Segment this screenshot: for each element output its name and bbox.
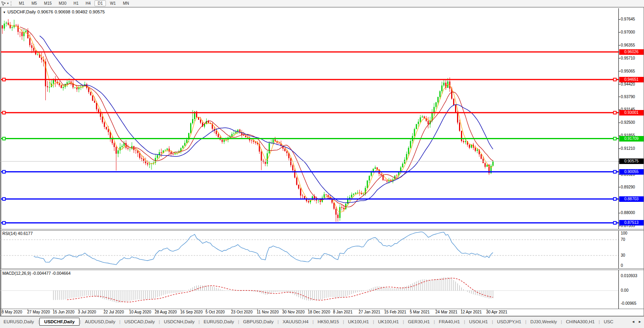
timeframe-m1[interactable]: M1 xyxy=(16,0,28,6)
ma-slow-line xyxy=(40,36,493,203)
tab-separator: | xyxy=(38,319,39,324)
tab-separator: | xyxy=(525,319,526,324)
date-axis-label: 8 May 2020 xyxy=(2,310,22,314)
price-level-label: 0.90055 xyxy=(619,169,644,175)
tab-eurusd-daily[interactable]: EURUSD,Daily xyxy=(200,318,237,325)
macd-axis-label: 0.010933 xyxy=(621,274,644,278)
date-axis-label: 12 Apr 2021 xyxy=(461,310,482,314)
price-axis-label: 0.92500 xyxy=(621,120,644,125)
pointer-arrow-icon xyxy=(1,1,6,6)
timeframe-m5[interactable]: M5 xyxy=(28,0,40,6)
price-level-label: 0.87513 xyxy=(619,220,644,226)
date-axis-label: 27 May 2020 xyxy=(27,310,50,314)
date-axis-label: 22 Jul 2020 xyxy=(104,310,124,314)
rsi-axis-label: 100 xyxy=(621,231,644,236)
date-axis-label: 30 Nov 2020 xyxy=(282,310,305,314)
tab-usdcnh-daily[interactable]: USDCNH,Daily xyxy=(160,318,198,325)
price-axis-label: 0.97645 xyxy=(621,17,644,22)
tab-separator: | xyxy=(561,319,562,324)
current-price-label: 0.90575 xyxy=(619,158,644,164)
macd-panel xyxy=(1,277,618,303)
timeframe-w1[interactable]: W1 xyxy=(107,0,119,6)
rsi-axis-label: 30 xyxy=(621,253,644,258)
price-axis-label: 0.89290 xyxy=(621,185,644,190)
timeframe-m30[interactable]: M30 xyxy=(56,0,69,6)
price-level-label: 0.96026 xyxy=(619,49,644,55)
price-axis-label: 0.88000 xyxy=(621,211,644,215)
date-axis-label: 10 Aug 2020 xyxy=(129,310,151,314)
tab-usdjpy-h1[interactable]: USDJPY,H1 xyxy=(493,318,525,325)
price-axis-label: 0.96355 xyxy=(621,43,644,48)
toolbar-separator xyxy=(11,1,13,6)
tab-dj30-weekly[interactable]: DJ30,Weekly xyxy=(527,318,561,325)
time-axis-line xyxy=(0,309,644,309)
date-axis-label: 5 Mar 2021 xyxy=(410,310,430,314)
chart-title: ▼USDCHF,Daily0.906760.906980.904920.9057… xyxy=(3,9,106,14)
date-axis-label: 8 Jan 2021 xyxy=(333,310,353,314)
rsi-panel xyxy=(1,232,618,265)
status-strip xyxy=(0,326,644,328)
tab-separator: | xyxy=(373,319,374,324)
macd-label: MACD(12,26,9) -0.004477 -0.004664 xyxy=(2,271,70,276)
ohlc-close: 0.90575 xyxy=(89,9,105,14)
tab-separator: | xyxy=(464,319,465,324)
tab-separator: | xyxy=(119,319,120,324)
tab-hk50-m15[interactable]: HK50,M15 xyxy=(314,318,342,325)
tab-uk100-h1[interactable]: UK100,H1 xyxy=(344,318,372,325)
ohlc-low: 0.90492 xyxy=(72,9,88,14)
macd-axis-label: 0.00 xyxy=(621,288,644,293)
tab-eurusd-daily[interactable]: EURUSD,Daily xyxy=(0,318,37,325)
price-axis-label: 0.97000 xyxy=(621,30,644,35)
tab-scroll-left-icon[interactable]: ◄ xyxy=(631,320,635,324)
tab-separator: | xyxy=(278,319,279,324)
tab-gbpusd-daily[interactable]: GBPUSD,Daily xyxy=(240,318,277,325)
date-axis-label: 11 Nov 2020 xyxy=(257,310,279,314)
ohlc-high: 0.90698 xyxy=(55,9,70,14)
date-axis-label: 24 Mar 2021 xyxy=(435,310,457,314)
chart-tabs-bar: EURUSD,Daily|USDCHF,Daily|AUDUSD,Daily|U… xyxy=(0,316,644,326)
price-axis-label: 0.95065 xyxy=(621,69,644,74)
horizontal-level-lines[interactable] xyxy=(1,52,618,224)
panel-separator[interactable] xyxy=(0,268,644,270)
chart-canvas[interactable] xyxy=(0,0,644,328)
timeframe-h4[interactable]: H4 xyxy=(83,0,94,6)
tab-separator: | xyxy=(492,319,493,324)
tab-audusd-daily[interactable]: AUDUSD,Daily xyxy=(81,318,119,325)
timeframe-mn[interactable]: MN xyxy=(120,0,132,6)
date-axis-label: 18 Dec 2020 xyxy=(308,310,330,314)
tab-usc[interactable]: USC xyxy=(600,318,617,325)
price-level-label: 0.93001 xyxy=(619,110,644,116)
ohlc-open: 0.90676 xyxy=(37,9,53,14)
date-axis-label: 27 Jan 2021 xyxy=(359,310,380,314)
timeframe-h1[interactable]: H1 xyxy=(70,0,82,6)
tab-china300-h1[interactable]: CHINA300,H1 xyxy=(563,318,598,325)
date-axis-label: 16 Sep 2020 xyxy=(180,310,203,314)
tab-xauusd-h4[interactable]: XAUUSD,H4 xyxy=(279,318,312,325)
dropdown-caret-icon[interactable]: ▾ xyxy=(7,2,9,5)
tab-scroll-right-icon[interactable]: ► xyxy=(638,320,642,324)
tab-ger30-h1[interactable]: GER30,H1 xyxy=(404,318,433,325)
timeframe-buttons: M1M5M15M30H1H4D1W1MN xyxy=(15,0,133,6)
rsi-label: RSI(14) 40.6177 xyxy=(2,231,33,236)
timeframe-m15[interactable]: M15 xyxy=(41,0,55,6)
tab-usdchf-daily[interactable]: USDCHF,Daily xyxy=(39,318,79,326)
price-axis-label: 0.95710 xyxy=(621,56,644,61)
tab-usoil-h1[interactable]: USOil,H1 xyxy=(466,318,492,325)
tab-separator: | xyxy=(599,319,600,324)
tab-separator: | xyxy=(434,319,435,324)
price-axis-label: 0.91210 xyxy=(621,146,644,151)
timeframe-d1[interactable]: D1 xyxy=(94,0,106,6)
panel-separator[interactable] xyxy=(0,229,644,231)
date-axis-label: 15 Feb 2021 xyxy=(384,310,406,314)
tab-separator: | xyxy=(343,319,344,324)
tab-separator: | xyxy=(159,319,160,324)
rsi-axis-label: 0 xyxy=(621,263,644,268)
tab-fra40-h1[interactable]: FRA40,H1 xyxy=(435,318,464,325)
date-axis-label: 5 Oct 2020 xyxy=(205,310,225,314)
tab-uk100-h1[interactable]: UK100,H1 xyxy=(374,318,402,325)
collapse-arrow-icon[interactable]: ▼ xyxy=(3,11,6,14)
crosshair-tool-icon[interactable] xyxy=(0,0,7,7)
tab-usdcad-daily[interactable]: USDCAD,Daily xyxy=(121,318,158,325)
date-axis-label: 15 Jun 2020 xyxy=(53,310,74,314)
tab-separator: | xyxy=(403,319,404,324)
